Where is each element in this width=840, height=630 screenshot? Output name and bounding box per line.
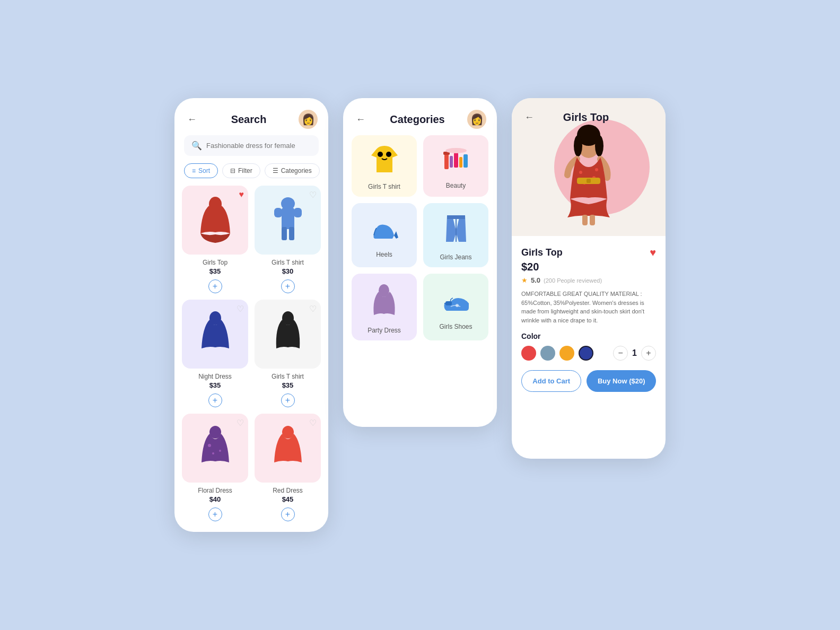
product-image-wrap: ♡: [255, 300, 321, 369]
filter-row: ≡ Sort ⊟ Filter ☰ Categories: [174, 163, 328, 186]
product-image: [196, 424, 234, 472]
svg-point-11: [219, 450, 221, 452]
svg-rect-22: [463, 154, 468, 168]
svg-rect-38: [582, 215, 588, 225]
product-title-row: Girls Top ♥: [512, 238, 666, 261]
add-to-cart-button[interactable]: +: [281, 508, 295, 521]
product-info: Girls T shirt $35: [255, 369, 321, 390]
product-card: ♡ Girls T shirt $35 +: [255, 300, 321, 407]
detail-screen-title: Girls Top: [563, 111, 609, 124]
categories-button[interactable]: ☰ Categories: [265, 163, 320, 178]
product-image: [196, 310, 234, 358]
search-icon: 🔍: [191, 141, 202, 151]
color-label: Color: [521, 332, 656, 340]
wishlist-button[interactable]: ♡: [309, 190, 317, 200]
product-image: [269, 310, 307, 358]
product-description: OMFORTABLE GREAT QUALITY MATERIAL : 65%C…: [512, 290, 666, 332]
category-card-shoes[interactable]: Girls Shoes: [423, 274, 488, 340]
wishlist-button[interactable]: ♡: [237, 304, 244, 314]
svg-rect-17: [444, 154, 449, 169]
back-button[interactable]: ←: [354, 112, 368, 127]
product-card: ♡ Night Dress $35 +: [182, 300, 248, 407]
svg-rect-6: [289, 227, 294, 240]
category-card-tshirt[interactable]: Girls T shirt: [352, 135, 417, 197]
svg-rect-39: [590, 215, 595, 225]
product-price: $40: [184, 495, 246, 503]
svg-point-23: [445, 148, 467, 153]
jeans-icon: [443, 213, 469, 249]
decrease-qty-button[interactable]: −: [613, 346, 628, 361]
star-icon: ★: [521, 276, 528, 284]
product-price: $35: [184, 381, 246, 389]
category-card-jeans[interactable]: Girls Jeans: [423, 203, 488, 267]
back-button[interactable]: ←: [185, 112, 199, 127]
product-hero-image: [546, 125, 631, 231]
product-card: ♡ Girls T shirt $30 +: [255, 186, 321, 293]
product-name: Red Dress: [257, 487, 319, 494]
color-red[interactable]: [521, 346, 536, 361]
add-to-cart-button[interactable]: +: [208, 393, 222, 407]
category-name: Girls Shoes: [439, 323, 472, 330]
products-grid: ♥ Girls Top $35 + ♡: [174, 186, 328, 521]
wishlist-button[interactable]: ♥: [650, 247, 656, 259]
search-bar[interactable]: 🔍: [184, 135, 319, 156]
sort-button[interactable]: ≡ Sort: [184, 163, 218, 178]
beauty-icon: [440, 146, 472, 178]
category-name: Party Dress: [368, 327, 401, 334]
product-name: Girls Top: [184, 259, 246, 266]
increase-qty-button[interactable]: +: [641, 346, 656, 361]
wishlist-button[interactable]: ♡: [309, 304, 317, 314]
tshirt-icon: [369, 145, 400, 179]
category-card-beauty[interactable]: Beauty: [423, 135, 488, 197]
product-info: Red Dress $45: [255, 483, 321, 504]
screens-container: ← Search 👩 🔍 ≡ Sort ⊟ Filter ☰ Categorie…: [174, 98, 666, 532]
product-image: [269, 424, 307, 472]
buy-now-button[interactable]: Buy Now ($20): [587, 370, 656, 392]
svg-point-16: [386, 152, 391, 157]
svg-rect-5: [282, 227, 287, 240]
product-card: ♡ Red Dress $45 +: [255, 414, 321, 521]
category-name: Girls Jeans: [440, 253, 471, 261]
categories-screen: ← Categories 👩 Girls: [343, 98, 497, 427]
color-navy[interactable]: [579, 346, 593, 361]
search-input[interactable]: [206, 142, 311, 150]
color-section: Color − 1 +: [512, 332, 666, 368]
product-info: Night Dress $35: [182, 369, 248, 390]
svg-point-10: [208, 444, 211, 447]
color-yellow[interactable]: [559, 346, 574, 361]
category-name: Girls T shirt: [368, 183, 400, 190]
add-to-cart-button[interactable]: +: [208, 508, 222, 521]
add-to-cart-button[interactable]: +: [208, 279, 222, 293]
wishlist-button[interactable]: ♡: [237, 418, 244, 428]
wishlist-button[interactable]: ♡: [309, 418, 317, 428]
wishlist-button[interactable]: ♥: [239, 190, 244, 199]
svg-point-30: [574, 135, 582, 156]
category-card-heels[interactable]: Heels: [352, 203, 417, 267]
product-detail-price: $20: [512, 261, 666, 276]
search-screen: ← Search 👩 🔍 ≡ Sort ⊟ Filter ☰ Categorie…: [174, 98, 328, 532]
partydress-icon: [370, 283, 399, 322]
action-buttons: Add to Cart Buy Now ($20): [512, 370, 666, 392]
shoes-icon: [440, 287, 472, 319]
product-name: Girls T shirt: [257, 373, 319, 380]
search-header: ← Search 👩: [174, 98, 328, 135]
product-detail-name: Girls Top: [521, 247, 563, 258]
quantity-controls: − 1 +: [613, 346, 656, 361]
back-button[interactable]: ←: [522, 110, 536, 125]
product-name: Floral Dress: [184, 487, 246, 494]
svg-rect-2: [282, 208, 294, 229]
product-info: Girls Top $35: [182, 255, 248, 276]
product-image-wrap: ♡: [182, 414, 248, 483]
add-to-cart-button[interactable]: Add to Cart: [521, 370, 581, 392]
heels-icon: [369, 215, 400, 247]
product-price: $45: [257, 495, 319, 503]
svg-point-31: [595, 135, 603, 156]
category-card-partydress[interactable]: Party Dress: [352, 274, 417, 340]
color-grey-blue[interactable]: [540, 346, 555, 361]
svg-rect-20: [454, 153, 458, 168]
add-to-cart-button[interactable]: +: [281, 393, 295, 407]
product-image-wrap: ♥: [182, 186, 248, 255]
filter-button[interactable]: ⊟ Filter: [222, 163, 260, 178]
categories-title: Categories: [390, 113, 444, 126]
add-to-cart-button[interactable]: +: [281, 279, 295, 293]
